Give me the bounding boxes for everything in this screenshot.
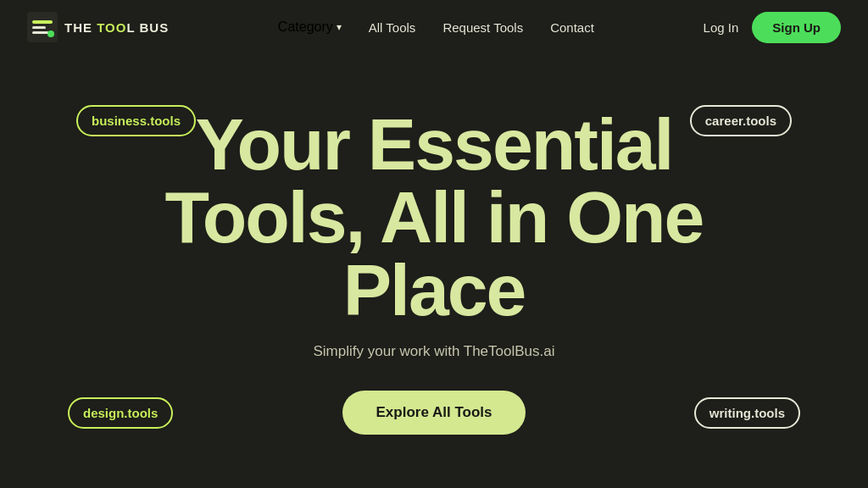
badge-design-label: design.tools	[83, 406, 158, 420]
nav-auth: Log In Sign Up	[704, 12, 841, 43]
hero-title-line2: Tools, All in One	[165, 176, 704, 258]
badge-career-label: career.tools	[705, 114, 776, 128]
nav-category-label: Category	[278, 19, 333, 35]
login-button[interactable]: Log In	[704, 20, 739, 35]
hero-title-line1: Your Essential	[195, 103, 672, 185]
svg-rect-1	[32, 20, 53, 24]
nav-category[interactable]: Category ▾	[278, 19, 342, 35]
hero-title: Your Essential Tools, All in One Place	[165, 108, 704, 326]
badge-writing: writing.tools	[694, 397, 800, 429]
nav-request-tools[interactable]: Request Tools	[442, 20, 523, 35]
badge-writing-label: writing.tools	[709, 406, 785, 420]
nav-links: Category ▾ All Tools Request Tools Conta…	[278, 19, 594, 35]
hero-section: business.tools career.tools Your Essenti…	[0, 54, 868, 488]
explore-button[interactable]: Explore All Tools	[342, 391, 526, 435]
chevron-down-icon: ▾	[337, 21, 342, 33]
nav-contact[interactable]: Contact	[550, 20, 594, 35]
svg-rect-2	[32, 26, 46, 29]
badge-design: design.tools	[68, 397, 173, 429]
nav-all-tools[interactable]: All Tools	[369, 20, 416, 35]
logo-icon	[27, 12, 58, 42]
navbar: THE TOOL BUS Category ▾ All Tools Reques…	[0, 0, 868, 54]
signup-button[interactable]: Sign Up	[752, 12, 841, 43]
badge-career: career.tools	[690, 105, 792, 136]
svg-point-4	[47, 30, 54, 37]
logo-text: THE TOOL BUS	[64, 20, 169, 35]
hero-title-line3: Place	[343, 249, 526, 330]
svg-rect-3	[32, 31, 49, 34]
hero-subtitle: Simplify your work with TheToolBus.ai	[313, 343, 554, 360]
logo[interactable]: THE TOOL BUS	[27, 12, 169, 42]
